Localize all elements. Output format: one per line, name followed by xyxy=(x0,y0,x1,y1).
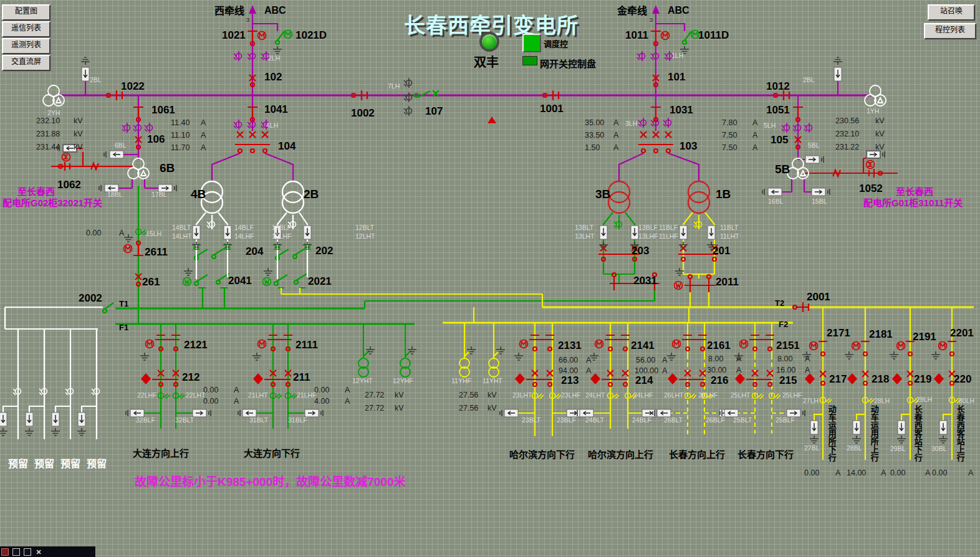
dispatch-control-label: 调度控 xyxy=(544,37,568,49)
close-icon[interactable]: ✕ xyxy=(35,548,42,556)
alarm-triangle xyxy=(488,117,496,123)
xfmr-3b-1b-windings xyxy=(608,181,709,213)
single-line-diagram xyxy=(0,0,980,557)
ct-instruments-220kv xyxy=(122,51,812,133)
window-icon-1[interactable] xyxy=(12,548,20,556)
button-station-call[interactable]: 站召唤 xyxy=(928,4,975,21)
switch-panel-label: 网开关控制盘 xyxy=(540,57,596,70)
dispatch-control-indicator xyxy=(522,34,541,52)
feeder-214[interactable] xyxy=(575,335,660,417)
button-config-diagram[interactable]: 配置图 xyxy=(2,4,50,21)
feeder-212[interactable] xyxy=(126,335,211,417)
station-led-label: 双丰 xyxy=(474,52,499,70)
feeder-213[interactable] xyxy=(500,335,585,417)
button-acdc-panel[interactable]: 交直流屏 xyxy=(2,55,50,71)
tie-1052[interactable] xyxy=(804,151,898,178)
feeder-215[interactable] xyxy=(720,335,805,417)
button-program-list[interactable]: 程控列表 xyxy=(924,23,976,39)
breakers-220kv[interactable] xyxy=(107,31,803,153)
yellow-section xyxy=(281,212,974,460)
feeder-211[interactable] xyxy=(238,335,323,417)
button-telesignal-list[interactable]: 遥信列表 xyxy=(2,21,50,37)
window-icon-2[interactable] xyxy=(24,548,31,556)
switch-panel-indicator xyxy=(522,56,537,65)
station-status-led xyxy=(479,32,499,52)
button-telemetry-list[interactable]: 遥测列表 xyxy=(2,38,50,54)
app-icon[interactable] xyxy=(1,548,9,556)
tie-instruments-7lh xyxy=(404,78,412,116)
arrester-boxes xyxy=(0,46,842,436)
taskbar-fragment[interactable]: ✕ xyxy=(0,546,95,557)
feeder-216[interactable] xyxy=(653,335,737,417)
scada-screen: 西牵线ABC310211021D2LH10210222BL2YH232.10kV… xyxy=(0,0,980,557)
